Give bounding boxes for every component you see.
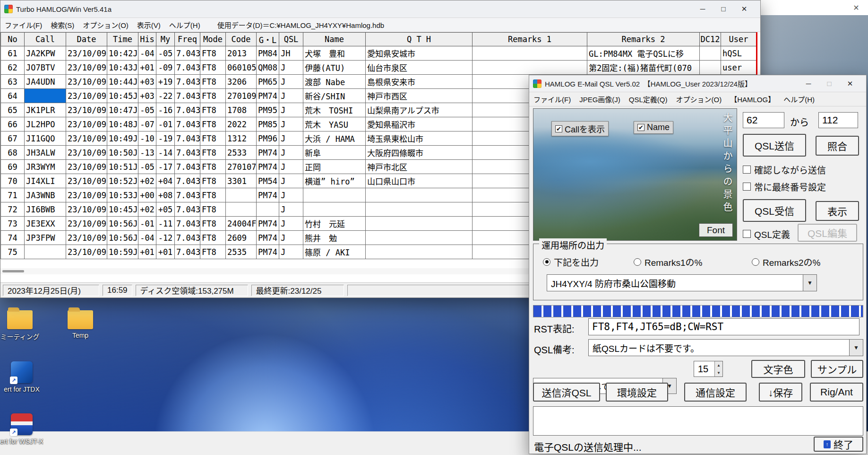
always-last-number-checkbox[interactable]: 常に最終番号設定: [743, 180, 826, 193]
cell-mode[interactable]: FT8: [200, 245, 226, 259]
cell-gl[interactable]: PM65: [257, 75, 279, 89]
log-col-code[interactable]: Code: [226, 33, 257, 46]
cell-qsl[interactable]: J: [279, 231, 303, 245]
cell-his[interactable]: +01: [138, 61, 156, 75]
cell-his[interactable]: +02: [138, 202, 156, 217]
cell-freq[interactable]: 7.043: [175, 131, 200, 146]
cell-no[interactable]: 70: [1, 174, 25, 188]
cell-freq[interactable]: 7.043: [175, 245, 200, 259]
cell-freq[interactable]: 7.043: [175, 103, 200, 117]
cell-code[interactable]: 1708: [226, 103, 257, 117]
cell-name[interactable]: 荒木 YASU: [303, 117, 366, 131]
log-col-remarks1[interactable]: Remarks 1: [473, 33, 587, 46]
cell-date[interactable]: 23/10/09: [66, 146, 107, 160]
cell-date[interactable]: 23/10/09: [66, 202, 107, 217]
cell-date[interactable]: 23/10/09: [66, 46, 107, 61]
menu-options[interactable]: オプション(O): [672, 94, 726, 104]
cell-qth[interactable]: [366, 217, 473, 231]
cell-code[interactable]: 2013: [226, 46, 257, 61]
cell-call[interactable]: JI4XLI: [25, 174, 66, 188]
cell-mode[interactable]: FT8: [200, 160, 226, 174]
log-output-textarea[interactable]: [533, 406, 863, 436]
cell-user[interactable]: hQSL: [721, 46, 757, 61]
cell-time[interactable]: 10:52J: [107, 174, 138, 188]
cell-mode[interactable]: FT8: [200, 103, 226, 117]
cell-qth[interactable]: 愛知県安城市: [366, 46, 473, 61]
log-col-time[interactable]: Time: [107, 33, 138, 46]
cell-code[interactable]: 060105: [226, 61, 257, 75]
cell-name[interactable]: 犬塚 豊和: [303, 46, 366, 61]
cell-his[interactable]: -04: [138, 46, 156, 61]
range-from-field[interactable]: 62: [743, 112, 784, 128]
cell-remarks2[interactable]: 第2固定:(福)猪苗代町(070: [587, 61, 700, 75]
close-icon[interactable]: ✕: [850, 3, 862, 12]
cell-gl[interactable]: QM08: [257, 61, 279, 75]
operating-location-combobox[interactable]: JH4YXY/4 防府市桑山公園移動 ▼: [547, 274, 817, 291]
cell-qsl[interactable]: J: [279, 117, 303, 131]
log-col-user[interactable]: User: [721, 33, 757, 46]
communication-settings-button[interactable]: 通信設定: [684, 383, 747, 402]
cell-qth[interactable]: 島根県安来市: [366, 75, 473, 89]
minimize-icon[interactable]: ─: [696, 5, 709, 13]
log-col-dc12[interactable]: DC12: [700, 33, 721, 46]
show-button[interactable]: 表示: [816, 201, 859, 221]
cell-no[interactable]: 73: [1, 217, 25, 231]
cell-my[interactable]: +19: [156, 75, 175, 89]
cell-call[interactable]: [25, 89, 66, 103]
rst-notation-field[interactable]: FT8,FT4,JT65=dB;CW=RST: [588, 318, 859, 335]
cell-date[interactable]: 23/10/09: [66, 160, 107, 174]
log-col-my[interactable]: My: [156, 33, 175, 46]
cell-qsl[interactable]: J: [279, 146, 303, 160]
cell-qth[interactable]: [366, 202, 473, 217]
qsl-send-button[interactable]: QSL送信: [743, 134, 806, 157]
menu-file[interactable]: ファイル(F): [529, 94, 575, 104]
cell-name[interactable]: 渡部 Nabe: [303, 75, 366, 89]
cell-date[interactable]: 23/10/09: [66, 217, 107, 231]
hamlog-titlebar[interactable]: Turbo HAMLOG/Win Ver5.41a ─ □ ✕: [0, 0, 760, 18]
cell-name[interactable]: 荒木 TOSHI: [303, 103, 366, 117]
cell-date[interactable]: 23/10/09: [66, 117, 107, 131]
cell-freq[interactable]: 7.043: [175, 231, 200, 245]
stepper-up-icon[interactable]: ▲: [715, 361, 722, 369]
cell-qth[interactable]: [366, 231, 473, 245]
log-col-name[interactable]: Name: [303, 33, 366, 46]
stepper-down-icon[interactable]: ▼: [715, 369, 722, 376]
cell-freq[interactable]: 7.043: [175, 217, 200, 231]
cell-freq[interactable]: 7.043: [175, 160, 200, 174]
cell-call[interactable]: JP3FPW: [25, 231, 66, 245]
cell-no[interactable]: 62: [1, 61, 25, 75]
cell-freq[interactable]: 7.043: [175, 61, 200, 75]
cell-no[interactable]: 68: [1, 146, 25, 160]
cell-name[interactable]: 新阜: [303, 146, 366, 160]
cell-mode[interactable]: FT8: [200, 117, 226, 131]
cell-gl[interactable]: PM74: [257, 146, 279, 160]
cell-gl[interactable]: PM74: [257, 231, 279, 245]
cell-date[interactable]: 23/10/09: [66, 89, 107, 103]
cell-remarks1[interactable]: [473, 46, 587, 61]
show-call-checkbox[interactable]: Callを表示: [551, 121, 609, 136]
remarks1-radio[interactable]: Remarks1の%: [634, 255, 702, 268]
cell-his[interactable]: -05: [138, 103, 156, 117]
cell-mode[interactable]: FT8: [200, 146, 226, 160]
cell-freq[interactable]: 7.043: [175, 188, 200, 202]
cell-name[interactable]: 横道” hiro”: [303, 174, 366, 188]
cell-no[interactable]: 65: [1, 103, 25, 117]
cell-no[interactable]: 69: [1, 160, 25, 174]
menu-options[interactable]: オプション(O): [78, 20, 133, 30]
cell-his[interactable]: -05: [138, 160, 156, 174]
cell-my[interactable]: -12: [156, 231, 175, 245]
cell-his[interactable]: -01: [138, 217, 156, 231]
cell-his[interactable]: -13: [138, 146, 156, 160]
cell-my[interactable]: -19: [156, 131, 175, 146]
maximize-icon[interactable]: □: [823, 79, 836, 88]
cell-code[interactable]: 3206: [226, 75, 257, 89]
menu-search[interactable]: 検索(S): [46, 20, 78, 30]
qsl-define-checkbox[interactable]: QSL定義: [743, 228, 790, 240]
cell-my[interactable]: -01: [156, 117, 175, 131]
cell-gl[interactable]: [257, 202, 279, 217]
cell-name[interactable]: 伊藤(ATU): [303, 61, 366, 75]
menu-help[interactable]: ヘルプ(H): [779, 94, 819, 104]
cell-code[interactable]: [226, 188, 257, 202]
cell-freq[interactable]: 7.043: [175, 146, 200, 160]
font-button[interactable]: Font: [699, 223, 733, 237]
